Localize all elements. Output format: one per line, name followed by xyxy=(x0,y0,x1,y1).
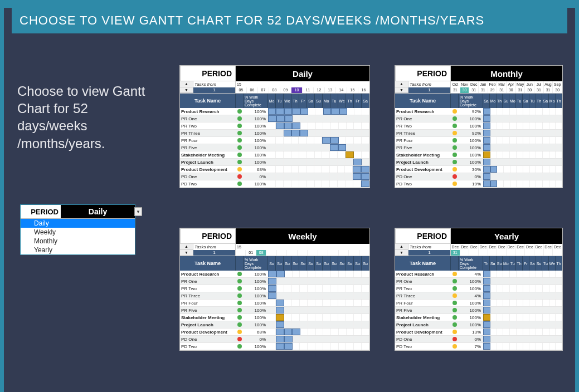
task-row: PR One 100% xyxy=(180,115,369,122)
status-dot xyxy=(236,329,244,335)
task-name: Product Research xyxy=(395,108,451,115)
task-pct: 100% xyxy=(244,278,268,285)
task-pct: 68% xyxy=(244,329,268,335)
task-pct: 13% xyxy=(459,329,483,335)
status-dot xyxy=(451,285,459,292)
gantt-panel-weekly: PERIOD Weekly ▲▼ Tasks from 1 150108 Tas… xyxy=(180,228,369,350)
task-name: PR Two xyxy=(395,122,451,129)
task-name: Product Development xyxy=(180,329,236,335)
task-row: PD One 0% xyxy=(180,173,369,180)
task-pct: 100% xyxy=(459,285,483,292)
task-pct: 100% xyxy=(244,144,268,151)
gantt-panel-yearly: PERIOD Yearly ▲▼ Tasks from 1 DecDecDecD… xyxy=(395,228,562,350)
task-row: PD Two 7% xyxy=(395,343,562,350)
status-dot xyxy=(451,166,459,173)
task-pct: 100% xyxy=(244,137,268,144)
task-pct: 100% xyxy=(459,321,483,328)
task-name: PR Two xyxy=(180,122,236,129)
status-dot xyxy=(451,159,459,165)
tasks-from-value: 1 xyxy=(193,250,235,256)
task-row: Stakeholder Meeting 100% xyxy=(395,151,562,159)
task-pct: 100% xyxy=(459,122,483,129)
task-pct: 100% xyxy=(244,343,268,350)
tasks-from-label: Tasks from xyxy=(193,81,235,87)
period-selected-value[interactable]: Daily ▼ xyxy=(61,205,135,218)
task-pct: 100% xyxy=(244,151,268,158)
tasks-spinner[interactable]: ▲▼ xyxy=(180,244,193,256)
task-row: Product Research 4% xyxy=(395,271,562,278)
period-label: PERIOD xyxy=(395,228,451,244)
spin-down-icon[interactable]: ▼ xyxy=(180,250,193,256)
spin-up-icon[interactable]: ▲ xyxy=(180,81,193,87)
status-dot xyxy=(236,151,244,158)
task-name: PR Three xyxy=(180,292,236,299)
dropdown-option-yearly[interactable]: Yearly xyxy=(21,246,135,254)
task-pct: 0% xyxy=(244,173,268,180)
task-name: PR Four xyxy=(395,137,451,144)
task-row: PD Two 100% xyxy=(180,180,369,188)
dropdown-option-daily[interactable]: Daily xyxy=(21,219,135,228)
spin-up-icon[interactable]: ▲ xyxy=(180,244,193,250)
task-pct: 100% xyxy=(244,285,268,292)
task-pct: 92% xyxy=(459,108,483,115)
status-dot xyxy=(236,300,244,306)
tasks-spinner[interactable]: ▲▼ xyxy=(180,81,193,93)
spin-up-icon[interactable]: ▲ xyxy=(395,244,408,250)
description-text: Choose to view Gantt Chart for 52 days/w… xyxy=(17,82,151,152)
task-pct: 100% xyxy=(459,300,483,306)
task-row: PR Two 100% xyxy=(180,285,369,292)
status-dot xyxy=(451,122,459,129)
status-dot xyxy=(236,292,244,299)
status-dot xyxy=(236,285,244,292)
task-name: Product Research xyxy=(180,108,236,115)
task-name: PD One xyxy=(180,336,236,342)
period-dropdown-list[interactable]: Daily Weekly Monthly Yearly xyxy=(21,219,135,254)
task-name: Project Launch xyxy=(180,321,236,328)
task-row: PR Two 100% xyxy=(180,122,369,130)
spin-down-icon[interactable]: ▼ xyxy=(180,87,193,94)
task-row: Product Development 68% xyxy=(180,329,369,336)
spin-down-icon[interactable]: ▼ xyxy=(395,250,408,256)
status-dot xyxy=(236,314,244,321)
spin-down-icon[interactable]: ▼ xyxy=(395,87,408,94)
period-label: PERIOD xyxy=(21,205,61,218)
task-row: PD One 0% xyxy=(180,336,369,343)
spin-up-icon[interactable]: ▲ xyxy=(395,81,408,87)
status-dot xyxy=(451,343,459,350)
status-dot xyxy=(236,307,244,313)
tasks-spinner[interactable]: ▲▼ xyxy=(395,81,408,93)
status-dot xyxy=(236,144,244,151)
dropdown-arrow-icon[interactable]: ▼ xyxy=(134,207,142,216)
task-row: Stakeholder Meeting 100% xyxy=(180,314,369,321)
task-row: PR Three 92% xyxy=(395,130,562,137)
status-dot xyxy=(236,108,244,115)
task-row: Project Launch 100% xyxy=(180,159,369,166)
task-pct: 4% xyxy=(459,271,483,277)
task-pct: 100% xyxy=(244,271,268,277)
task-name: PD Two xyxy=(395,180,451,187)
task-name: Product Research xyxy=(180,271,236,277)
tasks-spinner[interactable]: ▲▼ xyxy=(395,244,408,256)
status-dot xyxy=(236,115,244,122)
status-dot xyxy=(451,137,459,144)
task-name: PR One xyxy=(180,278,236,285)
column-task-name: Task Name xyxy=(180,94,236,108)
task-pct: 100% xyxy=(459,307,483,313)
task-pct: 100% xyxy=(244,180,268,187)
dropdown-option-monthly[interactable]: Monthly xyxy=(21,237,135,246)
task-name: PR Four xyxy=(180,137,236,144)
gantt-panel-daily: PERIOD Daily ▲▼ Tasks from 1 15050607080… xyxy=(180,66,369,188)
dropdown-option-weekly[interactable]: Weekly xyxy=(21,228,135,237)
task-name: Stakeholder Meeting xyxy=(395,151,451,158)
task-pct: 7% xyxy=(459,343,483,350)
tasks-from-value: 1 xyxy=(193,87,235,94)
task-row: PR Three 100% xyxy=(180,130,369,137)
column-task-name: Task Name xyxy=(395,256,451,271)
task-name: Project Launch xyxy=(395,159,451,165)
task-name: Project Launch xyxy=(395,321,451,328)
task-name: PR Five xyxy=(180,307,236,313)
task-row: PD Two 100% xyxy=(180,343,369,350)
task-pct: 100% xyxy=(459,151,483,158)
status-dot xyxy=(236,278,244,285)
task-name: Stakeholder Meeting xyxy=(180,314,236,321)
